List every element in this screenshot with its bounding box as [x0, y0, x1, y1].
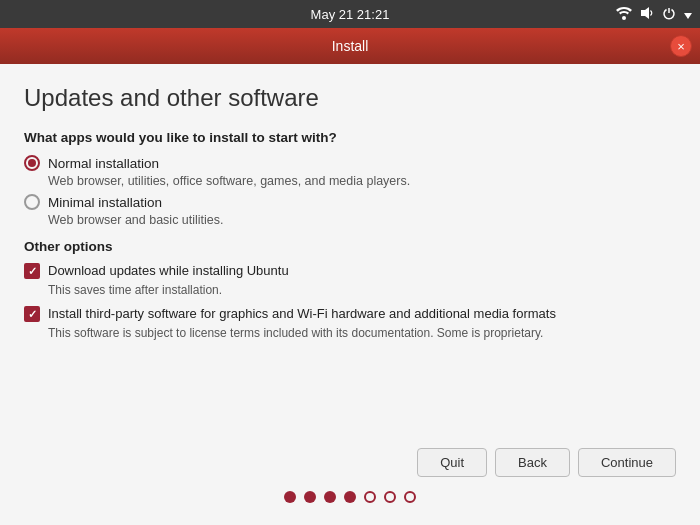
system-time: May 21 21:21	[311, 7, 390, 22]
progress-dot-7	[404, 491, 416, 503]
progress-dot-5	[364, 491, 376, 503]
progress-dot-1	[284, 491, 296, 503]
network-icon	[616, 6, 632, 23]
normal-installation-radio[interactable]: Normal installation	[24, 155, 676, 171]
close-icon: ×	[677, 40, 685, 53]
section-question: What apps would you like to install to s…	[24, 130, 676, 145]
system-icons	[616, 6, 692, 23]
button-row: Quit Back Continue	[24, 448, 676, 477]
page-title: Updates and other software	[24, 84, 676, 112]
normal-installation-desc: Web browser, utilities, office software,…	[48, 174, 676, 188]
download-updates-desc: This saves time after installation.	[48, 283, 676, 297]
svg-marker-1	[641, 7, 649, 19]
svg-marker-2	[684, 13, 692, 19]
progress-dots	[24, 491, 676, 509]
volume-icon	[640, 6, 654, 23]
progress-dot-6	[384, 491, 396, 503]
continue-button[interactable]: Continue	[578, 448, 676, 477]
close-button[interactable]: ×	[670, 35, 692, 57]
third-party-label: Install third-party software for graphic…	[48, 305, 556, 323]
title-bar: Install ×	[0, 28, 700, 64]
svg-point-0	[622, 16, 626, 20]
power-icon[interactable]	[662, 6, 676, 23]
minimal-installation-radio[interactable]: Minimal installation	[24, 194, 676, 210]
third-party-desc: This software is subject to license term…	[48, 326, 676, 340]
third-party-box[interactable]	[24, 306, 40, 322]
system-bar: May 21 21:21	[0, 0, 700, 28]
quit-button[interactable]: Quit	[417, 448, 487, 477]
minimal-installation-desc: Web browser and basic utilities.	[48, 213, 676, 227]
third-party-checkbox[interactable]: Install third-party software for graphic…	[24, 305, 676, 323]
download-updates-label: Download updates while installing Ubuntu	[48, 262, 289, 280]
normal-installation-label: Normal installation	[48, 156, 159, 171]
normal-radio-button[interactable]	[24, 155, 40, 171]
back-button[interactable]: Back	[495, 448, 570, 477]
minimal-installation-label: Minimal installation	[48, 195, 162, 210]
progress-dot-4	[344, 491, 356, 503]
minimal-radio-button[interactable]	[24, 194, 40, 210]
progress-dot-3	[324, 491, 336, 503]
other-options-title: Other options	[24, 239, 676, 254]
dropdown-icon[interactable]	[684, 6, 692, 22]
main-content: Updates and other software What apps wou…	[0, 64, 700, 525]
download-updates-checkbox[interactable]: Download updates while installing Ubuntu	[24, 262, 676, 280]
download-updates-box[interactable]	[24, 263, 40, 279]
window-title: Install	[332, 38, 369, 54]
progress-dot-2	[304, 491, 316, 503]
